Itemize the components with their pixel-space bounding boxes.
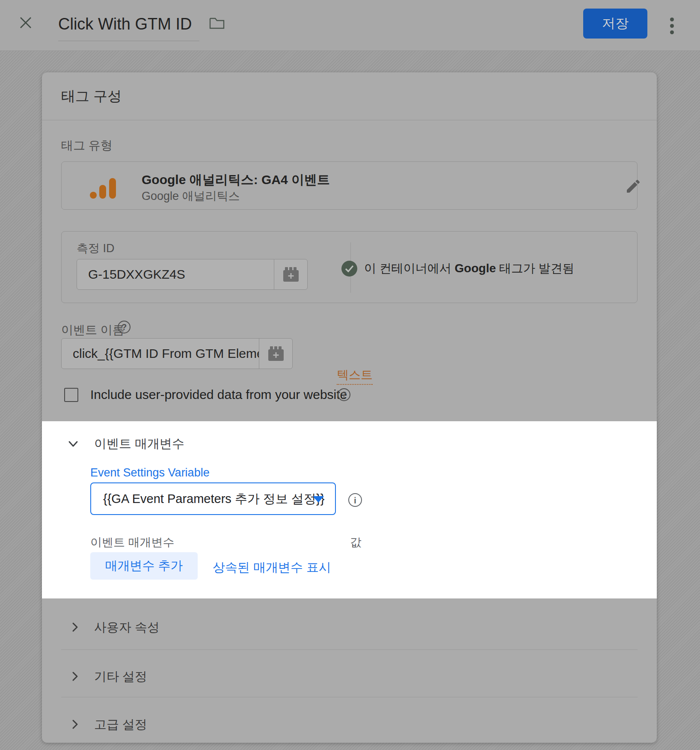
esv-value: {{GA Event Parameters 추가 정보 설정}}	[103, 483, 324, 514]
card-title: 태그 구성	[61, 87, 122, 106]
section-label: 기타 설정	[94, 668, 147, 685]
google-analytics-icon	[89, 178, 118, 199]
user-data-label: Include user-provided data from your web…	[90, 387, 347, 402]
event-name-label: 이벤트 이름	[61, 322, 125, 338]
row-divider	[61, 697, 638, 697]
save-button[interactable]: 저장	[583, 9, 647, 39]
event-name-input[interactable]: click_{{GTM ID From GTM Elemen	[62, 339, 259, 369]
chevron-right-icon	[69, 671, 80, 682]
tag-name-input[interactable]: Click With GTM ID	[58, 13, 199, 41]
section-advanced-settings[interactable]: 고급 설정	[42, 715, 657, 739]
event-name-help-icon[interactable]: ?	[118, 321, 131, 333]
tag-type-box[interactable]: Google 애널리틱스: GA4 이벤트 Google 애널리틱스	[61, 161, 638, 210]
user-data-help-icon[interactable]: ?	[338, 388, 350, 401]
gtm-tag-editor: Click With GTM ID 저장 태그 구성 태그 유형 Google …	[0, 0, 700, 750]
more-options-icon[interactable]	[664, 14, 679, 38]
esv-dropdown[interactable]: {{GA Event Parameters 추가 정보 설정}}	[90, 482, 336, 515]
user-data-checkbox[interactable]	[64, 388, 78, 402]
show-inherited-link[interactable]: 상속된 매개변수 표시	[213, 559, 331, 576]
close-icon[interactable]	[17, 14, 34, 31]
measurement-id-input-group: G-15DXXGKZ4S	[77, 259, 308, 290]
tag-type-title: Google 애널리틱스: GA4 이벤트	[142, 171, 330, 189]
status-suffix: 태그가 발견됨	[496, 262, 575, 275]
event-parameters-section: 이벤트 매개변수 Event Settings Variable {{GA Ev…	[42, 421, 657, 598]
section-label: 사용자 속성	[94, 619, 160, 636]
event-parameters-header[interactable]: 이벤트 매개변수	[94, 435, 184, 452]
chevron-right-icon	[69, 622, 80, 633]
chevron-right-icon	[69, 719, 80, 730]
dropdown-caret-icon	[313, 496, 324, 503]
header-divider	[42, 120, 657, 120]
tag-type-subtitle: Google 애널리틱스	[142, 188, 240, 204]
measurement-id-label: 측정 ID	[77, 241, 115, 256]
gtag-status: 이 컨테이너에서 Google 태그가 발견됨	[341, 260, 575, 277]
row-divider	[61, 649, 638, 650]
measurement-id-box: 측정 ID G-15DXXGKZ4S 이 컨테이너에서 Google 태그	[61, 231, 638, 303]
variable-picker-icon[interactable]	[274, 259, 307, 289]
gtag-status-text: 이 컨테이너에서 Google 태그가 발견됨	[364, 260, 575, 277]
top-bar: Click With GTM ID 저장	[0, 0, 700, 51]
user-data-row: Include user-provided data from your web…	[64, 387, 347, 402]
param-col-label: 이벤트 매개변수	[90, 535, 175, 550]
tag-configuration-card: 태그 구성 태그 유형 Google 애널리틱스: GA4 이벤트 Google…	[42, 72, 657, 743]
status-bold: Google	[455, 262, 496, 275]
add-parameter-button[interactable]: 매개변수 추가	[90, 552, 198, 580]
esv-info-icon[interactable]: i	[348, 493, 362, 507]
measurement-id-input[interactable]: G-15DXXGKZ4S	[77, 259, 274, 289]
tag-type-label: 태그 유형	[61, 137, 113, 154]
text-ime-link[interactable]: 텍스트	[337, 367, 373, 385]
esv-label: Event Settings Variable	[90, 466, 210, 479]
section-label: 고급 설정	[94, 716, 147, 733]
variable-picker-icon[interactable]	[259, 339, 292, 369]
chevron-down-icon[interactable]	[68, 438, 79, 449]
check-circle-icon	[341, 261, 357, 277]
section-other-settings[interactable]: 기타 설정	[42, 667, 657, 691]
status-prefix: 이 컨테이너에서	[364, 262, 455, 275]
event-name-input-group: click_{{GTM ID From GTM Elemen	[61, 338, 293, 369]
value-col-label: 값	[350, 535, 362, 550]
edit-pencil-icon[interactable]	[625, 178, 642, 195]
section-user-properties[interactable]: 사용자 속성	[42, 618, 657, 642]
folder-icon[interactable]	[208, 15, 225, 31]
